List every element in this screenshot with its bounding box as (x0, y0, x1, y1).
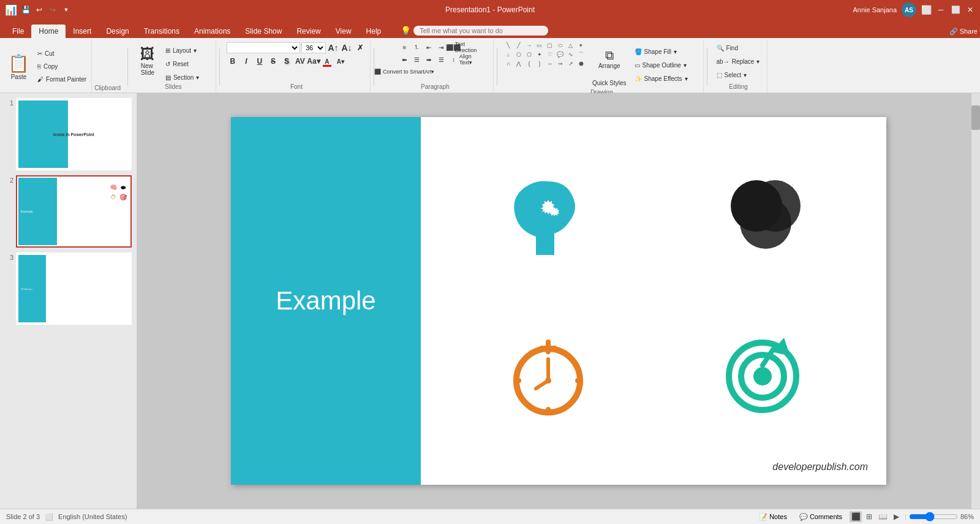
slide-thumb-2[interactable]: Example 🧠 ⬬ ⏱ 🎯 (16, 175, 132, 248)
minimize-icon[interactable]: ─ (936, 5, 946, 15)
brain-gear-icon[interactable] (493, 163, 603, 273)
shape-penta[interactable]: ⬠ (525, 51, 533, 58)
bullets-button[interactable]: ≡ (399, 42, 410, 53)
font-size-select[interactable]: 36 (301, 42, 326, 53)
venn-icon[interactable] (710, 163, 821, 273)
replace-button[interactable]: ab→ Replace ▾ (714, 55, 763, 67)
font-color-button[interactable]: A (321, 55, 333, 67)
new-slide-button[interactable]: 🖼 New Slide (135, 42, 160, 80)
tab-help[interactable]: Help (359, 25, 389, 38)
font-name-select[interactable] (227, 42, 300, 53)
stopwatch-icon[interactable] (493, 316, 603, 427)
increase-indent-button[interactable]: ⇥ (435, 42, 447, 53)
shape-arrow[interactable]: → (525, 42, 533, 49)
change-case-button[interactable]: Aa▾ (307, 55, 320, 67)
shape-callout[interactable]: 💬 (556, 51, 565, 58)
numbering-button[interactable]: ⒈ (411, 42, 422, 53)
shape-rt[interactable]: ⟂ (504, 51, 513, 58)
italic-button[interactable]: I (240, 55, 252, 67)
tab-file[interactable]: File (5, 25, 31, 38)
normal-view-icon[interactable]: ⬛ (850, 511, 862, 522)
comments-button[interactable]: 💬 Comments (794, 512, 847, 522)
vertical-scrollbar[interactable] (971, 93, 980, 509)
tab-slideshow[interactable]: Slide Show (238, 25, 289, 38)
shape-line2[interactable]: ╱ (514, 42, 523, 49)
share-button[interactable]: 🔗 Share (949, 28, 978, 35)
section-button[interactable]: ▤ Section ▾ (163, 71, 212, 83)
scrollbar-thumb[interactable] (971, 105, 980, 130)
user-avatar[interactable]: AS (902, 2, 916, 17)
tab-home[interactable]: Home (31, 25, 66, 38)
shape-line[interactable]: ╲ (504, 42, 513, 49)
maximize-icon[interactable]: ⬜ (951, 5, 960, 15)
font-shrink-button[interactable]: A↓ (341, 42, 353, 54)
shape-hex[interactable]: ⬡ (514, 51, 523, 58)
convert-smartart-button[interactable]: ⬛ Convert to SmartArt▾ (399, 66, 410, 77)
bold-button[interactable]: B (227, 55, 239, 67)
find-button[interactable]: 🔍 Find (714, 42, 763, 54)
select-button[interactable]: ⬚ Select ▾ (714, 69, 763, 81)
zoom-slider[interactable] (909, 512, 958, 522)
shadow-button[interactable]: S (281, 55, 293, 67)
tab-transitions[interactable]: Transitions (137, 25, 187, 38)
close-icon[interactable]: ✕ (965, 5, 975, 15)
shape-heart[interactable]: ♡ (546, 51, 554, 58)
copy-button[interactable]: ⎘ Copy (35, 61, 89, 73)
redo-icon[interactable]: ↪ (48, 5, 58, 15)
line-spacing-button[interactable]: ↕ (448, 54, 459, 65)
clear-formatting-button[interactable]: ✗ (354, 42, 366, 54)
align-text-button[interactable]: Align Text▾ (460, 54, 471, 65)
shape-freeform[interactable]: ⌒ (577, 51, 586, 58)
align-right-button[interactable]: ➡ (423, 54, 434, 65)
save-icon[interactable]: 💾 (21, 5, 31, 15)
quick-styles-button[interactable]: Quick Styles (589, 77, 630, 89)
shape-misc[interactable]: ⬣ (577, 60, 586, 67)
slideshow-view-icon[interactable]: ▶ (890, 511, 902, 522)
slide-canvas[interactable]: Example (231, 117, 886, 485)
shape-star[interactable]: ✦ (535, 51, 544, 58)
shape-arc[interactable]: ∩ (504, 60, 513, 67)
shape-outline-button[interactable]: ▭ Shape Outline ▾ (632, 59, 699, 72)
tab-design[interactable]: Design (99, 25, 136, 38)
cut-button[interactable]: ✂ Cut (35, 48, 89, 60)
shape-effects-button[interactable]: ✨ Shape Effects ▾ (632, 73, 699, 85)
tab-animations[interactable]: Animations (187, 25, 238, 38)
highlight-button[interactable]: A▾ (334, 55, 347, 67)
reading-view-icon[interactable]: 📖 (876, 511, 889, 522)
shape-curve[interactable]: ∿ (567, 51, 575, 58)
tab-view[interactable]: View (328, 25, 359, 38)
shape-fill-button[interactable]: 🪣 Shape Fill ▾ (632, 46, 699, 58)
reset-button[interactable]: ↺ Reset (163, 58, 212, 70)
format-painter-button[interactable]: 🖌 Format Painter (35, 74, 89, 86)
align-center-button[interactable]: ☰ (411, 54, 422, 65)
shape-formula[interactable]: { (525, 60, 533, 67)
shape-rect[interactable]: ▭ (535, 42, 544, 49)
shape-bracket[interactable]: } (535, 60, 544, 67)
strikethrough-button[interactable]: S (267, 55, 279, 67)
text-direction-button[interactable]: Text Direction (460, 42, 471, 53)
arrange-button[interactable]: ⧉ Arrange (589, 42, 630, 75)
undo-icon[interactable]: ↩ (34, 5, 44, 15)
font-grow-button[interactable]: A↑ (327, 42, 339, 54)
canvas-area[interactable]: Example (137, 93, 980, 509)
shape-zigzag[interactable]: ⋀ (514, 60, 523, 67)
customize-icon[interactable]: ▼ (61, 5, 71, 15)
target-icon[interactable] (710, 316, 821, 427)
shape-block-arrow[interactable]: ⇒ (556, 60, 565, 67)
char-spacing-button[interactable]: AV (294, 55, 306, 67)
shape-roundrect[interactable]: ▢ (546, 42, 554, 49)
tab-review[interactable]: Review (289, 25, 328, 38)
notes-button[interactable]: 📝 Notes (754, 512, 792, 522)
slide-thumb-3[interactable]: Thank you (16, 253, 132, 325)
shape-oval[interactable]: ⬭ (556, 42, 565, 49)
align-left-button[interactable]: ⬅ (399, 54, 410, 65)
slide-thumb-1[interactable]: Icons in PowerPoint (16, 98, 132, 170)
underline-button[interactable]: U (254, 55, 266, 67)
tell-me-input[interactable] (413, 26, 548, 36)
slide-sorter-icon[interactable]: ⊞ (863, 511, 875, 522)
decrease-indent-button[interactable]: ⇤ (423, 42, 434, 53)
justify-button[interactable]: ☰ (435, 54, 447, 65)
paste-button[interactable]: 📋 Paste (5, 48, 32, 86)
layout-button[interactable]: ⊞ Layout ▾ (163, 44, 212, 56)
shape-double-arrow[interactable]: ↔ (546, 60, 554, 67)
